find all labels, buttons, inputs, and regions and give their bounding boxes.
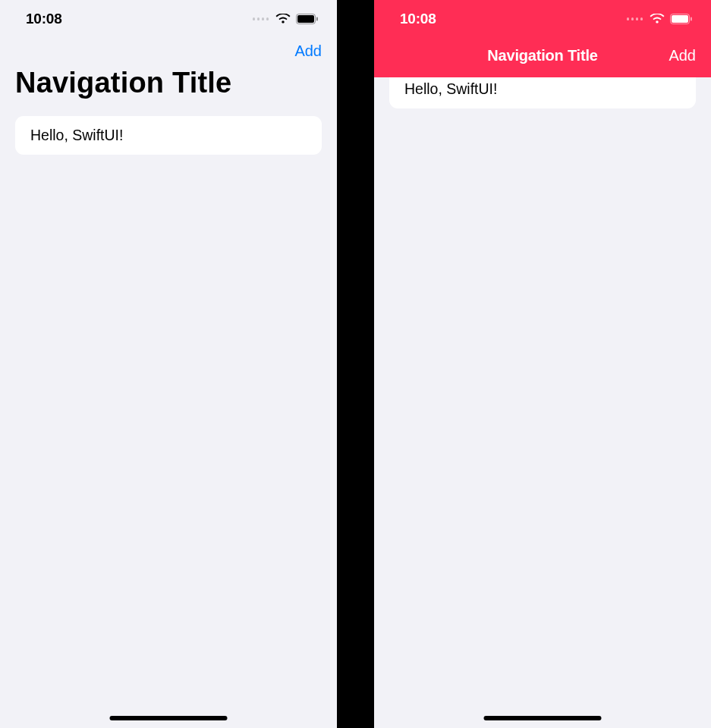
status-time: 10:08	[26, 11, 62, 27]
page-title: Navigation Title	[0, 67, 337, 105]
cell-signal-icon	[627, 17, 643, 20]
status-bar: 10:08	[0, 0, 337, 33]
home-indicator[interactable]	[110, 716, 228, 720]
list-row[interactable]: Hello, SwiftUI!	[389, 77, 696, 108]
svg-rect-2	[316, 17, 318, 21]
phone-right: 10:08 Navigation Title Add Hello, SwiftU…	[374, 0, 711, 728]
svg-rect-1	[297, 15, 314, 23]
status-time: 10:08	[400, 11, 436, 27]
wifi-icon	[275, 14, 291, 24]
svg-rect-4	[672, 15, 688, 23]
cell-signal-icon	[253, 17, 269, 20]
add-button[interactable]: Add	[669, 47, 696, 64]
svg-rect-5	[691, 17, 692, 21]
list-row[interactable]: Hello, SwiftUI!	[15, 116, 322, 155]
wifi-icon	[650, 14, 665, 24]
status-bar: 10:08	[374, 0, 711, 33]
status-indicators	[253, 14, 319, 24]
nav-toolbar: Add	[0, 33, 337, 67]
home-indicator[interactable]	[484, 716, 602, 720]
battery-icon	[670, 14, 693, 24]
battery-icon	[296, 14, 319, 24]
phone-left: 10:08 Add Navigation Title Hello, SwiftU…	[0, 0, 337, 728]
status-indicators	[627, 14, 694, 24]
nav-bar: Navigation Title Add	[374, 33, 711, 77]
list[interactable]: Hello, SwiftUI!	[0, 105, 337, 155]
page-title: Navigation Title	[487, 47, 597, 64]
add-button[interactable]: Add	[294, 42, 322, 60]
